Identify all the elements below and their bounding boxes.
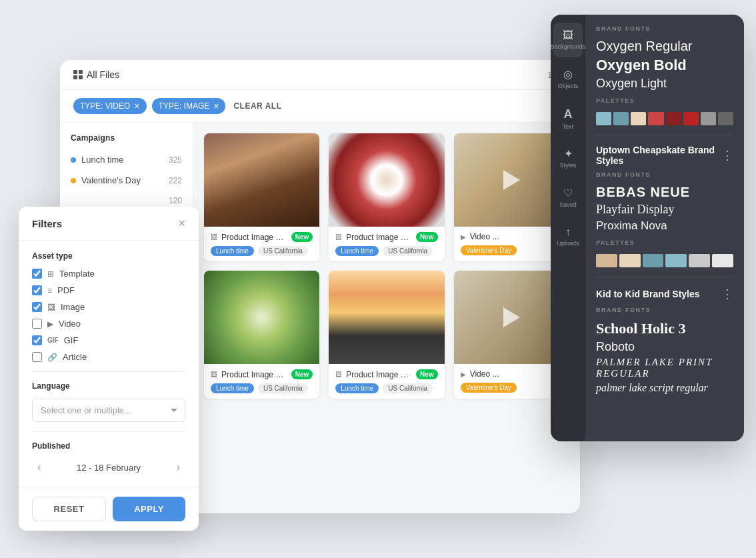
checkbox-video-input[interactable]	[32, 319, 42, 329]
filter-tag-image-remove[interactable]: ×	[213, 101, 219, 111]
kidtokid-more-button[interactable]: ⋮	[721, 287, 733, 301]
font-school-holic[interactable]: School Holic 3	[596, 320, 733, 337]
filter-tag-image[interactable]: TYPE: IMAGE ×	[152, 98, 226, 114]
styles-icon: ✦	[564, 147, 573, 160]
sidebar-count-1: 120	[169, 196, 182, 205]
date-next-button[interactable]: ›	[171, 459, 185, 476]
asset-tags-4: Lunch time US California	[211, 383, 313, 393]
main-header: All Files 1024	[60, 60, 580, 90]
filters-panel: Filters × Asset type ⊞ Template ≡ PDF 🖼 …	[19, 207, 199, 531]
swatch-ps1	[596, 254, 617, 267]
swatch-beige	[631, 112, 646, 125]
tag-lunchtime-2: Lunch time	[335, 246, 379, 256]
swatch-gray	[701, 112, 716, 125]
font-oxygen-bold[interactable]: Oxygen Bold	[596, 57, 733, 74]
palette-row-2	[596, 254, 733, 267]
asset-card-4[interactable]: 🖼 Product Image with ... New Lunch time …	[204, 271, 319, 399]
backgrounds-icon: 🖼	[563, 29, 573, 41]
filter-tag-video[interactable]: TYPE: VIDEO ×	[73, 98, 147, 114]
reset-button[interactable]: RESET	[32, 497, 106, 521]
font-oxygen-light[interactable]: Oxygen Light	[596, 77, 733, 91]
campaigns-section-title: Campaigns	[60, 133, 193, 149]
language-select[interactable]: Select one or multiple...	[32, 399, 185, 422]
checkbox-article-input[interactable]	[32, 352, 42, 362]
filters-body: Asset type ⊞ Template ≡ PDF 🖼 Image ▶ Vi…	[19, 241, 199, 487]
tag-lunchtime-4: Lunch time	[211, 383, 254, 393]
filter-tag-video-label: TYPE: VIDEO	[80, 101, 130, 111]
apply-button[interactable]: APPLY	[113, 497, 185, 521]
sidebar-item-valentines[interactable]: Valentine's Day 222	[60, 170, 193, 191]
palettes-header-1: PALETTES	[596, 97, 733, 104]
asset-type-icon-3: ▶	[461, 233, 466, 241]
asset-title-5: Product Image with ...	[346, 370, 412, 379]
new-badge-4: New	[291, 369, 313, 379]
checkbox-pdf-label: PDF	[57, 285, 75, 295]
checkbox-image-input[interactable]	[32, 302, 42, 312]
sidebar-item-valentines-count: 222	[169, 176, 182, 185]
pdf-icon: ≡	[47, 286, 52, 295]
objects-label: Objects	[558, 83, 579, 90]
checkbox-gif-label: GIF	[64, 335, 79, 345]
swatch-red	[648, 112, 663, 125]
checkbox-video[interactable]: ▶ Video	[32, 319, 185, 329]
brand-sidebar-backgrounds[interactable]: 🖼 Backgrounds	[553, 23, 583, 57]
kidtokid-styles-name: Kid to Kid Brand Styles	[596, 289, 700, 299]
filter-divider-2	[32, 431, 185, 432]
brand-sidebar-text[interactable]: A Text	[553, 101, 583, 137]
text-icon: A	[564, 107, 573, 121]
filters-title: Filters	[32, 218, 62, 229]
filter-tag-video-remove[interactable]: ×	[134, 101, 139, 111]
lunch-time-dot	[71, 157, 76, 163]
asset-card-5[interactable]: 🖼 Product Image with ... New Lunch time …	[329, 271, 444, 399]
article-icon: 🔗	[47, 353, 57, 362]
checkbox-gif[interactable]: GIF GIF	[32, 335, 185, 345]
checkbox-article[interactable]: 🔗 Article	[32, 352, 185, 362]
tag-valentines-2: Valentine's Day	[461, 383, 517, 393]
font-playfair-display[interactable]: Playfair Display	[596, 203, 733, 217]
swatch-darkgray	[718, 112, 733, 125]
filters-header: Filters ×	[19, 207, 199, 241]
font-roboto[interactable]: Roboto	[596, 340, 733, 354]
brand-main: BRAND FONTS Oxygen Regular Oxygen Bold O…	[585, 15, 744, 441]
asset-card-1[interactable]: 🖼 Product Image with ... New Lunch time …	[204, 133, 319, 261]
checkbox-template-input[interactable]	[32, 269, 42, 279]
brand-sidebar-uploads[interactable]: ↑ Uploads	[553, 219, 583, 254]
all-files-button[interactable]: All Files	[73, 69, 119, 80]
tag-lunchtime-1: Lunch time	[211, 246, 254, 256]
asset-tags-3: Valentine's Day	[461, 245, 563, 255]
checkbox-image[interactable]: 🖼 Image	[32, 302, 185, 312]
clear-all-button[interactable]: CLEAR ALL	[233, 101, 281, 111]
checkbox-gif-input[interactable]	[32, 335, 42, 345]
asset-type-icon-6: ▶	[461, 371, 466, 378]
checkbox-template[interactable]: ⊞ Template	[32, 269, 185, 279]
checkbox-pdf[interactable]: ≡ PDF	[32, 285, 185, 295]
checkbox-pdf-input[interactable]	[32, 285, 42, 295]
styles-label: Styles	[560, 162, 577, 169]
divider-1	[596, 135, 733, 135]
brand-sidebar-styles[interactable]: ✦ Styles	[553, 141, 583, 176]
font-palmer-lake[interactable]: PALMER LAKE PRINT REGULAR	[596, 357, 733, 379]
font-oxygen-regular[interactable]: Oxygen Regular	[596, 39, 733, 54]
brand-sidebar-objects[interactable]: ◎ Objects	[553, 61, 583, 97]
palette-row-1	[596, 112, 733, 125]
font-proxima-nova[interactable]: Proxima Nova	[596, 219, 733, 233]
uptown-more-button[interactable]: ⋮	[721, 148, 733, 163]
asset-tags-1: Lunch time US California	[211, 246, 313, 256]
filters-close-button[interactable]: ×	[178, 217, 185, 229]
asset-title-4: Product Image with ...	[221, 370, 287, 379]
font-bebas-neue[interactable]: BEBAS NEUE	[596, 185, 733, 200]
font-palmer-script[interactable]: palmer lake script regular	[596, 382, 733, 394]
swatch-ps3	[643, 254, 664, 267]
date-prev-button[interactable]: ‹	[32, 459, 46, 476]
grid-icon	[73, 70, 83, 79]
asset-tags-5: Lunch time US California	[335, 383, 437, 393]
asset-title-1: Product Image with ...	[221, 233, 287, 242]
tag-valentines-1: Valentine's Day	[461, 245, 517, 255]
sidebar-item-lunchtime[interactable]: Lunch time 325	[60, 149, 193, 170]
asset-card-2[interactable]: 🖼 Product Image with ... New Lunch time …	[329, 133, 444, 261]
asset-grid: 🖼 Product Image with ... New Lunch time …	[193, 123, 580, 509]
brand-sidebar-saved[interactable]: ♡ Saved	[553, 180, 583, 215]
new-badge-1: New	[291, 232, 313, 242]
filters-footer: RESET APPLY	[19, 487, 199, 531]
filter-bar: TYPE: VIDEO × TYPE: IMAGE × CLEAR ALL	[60, 90, 580, 123]
